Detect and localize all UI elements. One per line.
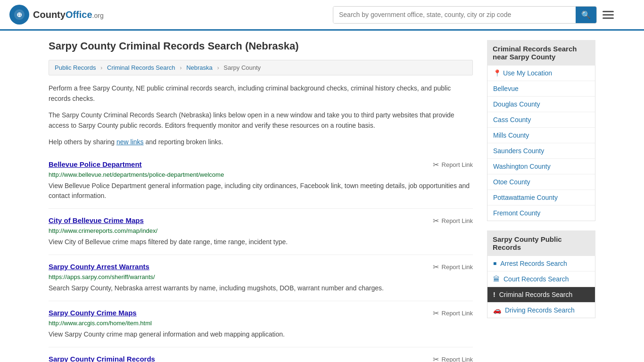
result-header: Sarpy County Arrest Warrants ✂ Report Li… [49,263,473,272]
result-url[interactable]: http://www.bellevue.net/departments/poli… [49,171,473,178]
result-title[interactable]: Sarpy County Arrest Warrants [49,263,149,271]
use-location-link[interactable]: 📍 Use My Location [487,66,595,81]
court-records-item: 🏛 Court Records Search [487,272,595,287]
driving-records-label: Driving Records Search [505,306,575,314]
description-2: The Sarpy County Criminal Records Search… [49,110,473,131]
new-links-link[interactable]: new links [116,138,144,146]
breadcrumb-criminal-records-search[interactable]: Criminal Records Search [107,64,175,71]
nearby-list: 📍 Use My Location Bellevue Douglas Count… [487,66,595,221]
breadcrumb-nebraska[interactable]: Nebraska [186,64,213,71]
report-icon: ✂ [433,263,439,272]
nearby-bellevue: Bellevue [487,81,595,97]
criminal-records-label: Criminal Records Search [499,291,573,298]
location-pin-icon: 📍 [493,69,501,77]
arrest-records-item: ■ Arrest Records Search [487,256,595,272]
site-header: ⊕ CountyOffice.org 🔍 [0,0,644,31]
court-records-label: Court Records Search [504,275,569,283]
result-url[interactable]: http://www.crimereports.com/map/index/ [49,227,473,234]
arrest-records-label: Arrest Records Search [500,260,567,267]
logo-text: CountyOffice.org [33,9,104,20]
nearby-saunders: Saunders County [487,143,595,159]
result-item: Bellevue Police Department ✂ Report Link… [49,153,473,209]
result-item: Sarpy County Arrest Warrants ✂ Report Li… [49,255,473,301]
driving-records-icon: 🚗 [493,306,501,314]
results-list: Bellevue Police Department ✂ Report Link… [49,153,473,362]
report-icon: ✂ [433,355,439,362]
breadcrumb: Public Records › Criminal Records Search… [49,60,473,75]
result-description: Search Sarpy County, Nebraska arrest war… [49,283,473,293]
driving-records-item: 🚗 Driving Records Search [487,303,595,318]
public-records-list: ■ Arrest Records Search 🏛 Court Records … [487,256,595,318]
result-description: View Sarpy County crime map general info… [49,329,473,339]
logo-area: ⊕ CountyOffice.org [9,5,104,25]
nearby-cass: Cass County [487,112,595,128]
result-title[interactable]: Sarpy County Criminal Records [49,355,155,362]
menu-bar-2 [603,14,614,16]
result-header: Sarpy County Criminal Records ✂ Report L… [49,355,473,362]
nearby-fremont: Fremont County [487,206,595,221]
breadcrumb-public-records[interactable]: Public Records [55,64,96,71]
public-records-section: Sarpy County Public Records ■ Arrest Rec… [487,230,595,318]
result-header: Bellevue Police Department ✂ Report Link [49,160,473,169]
search-button[interactable]: 🔍 [576,7,596,23]
arrest-records-icon: ■ [493,260,496,267]
result-item: Sarpy County Crime Maps ✂ Report Link ht… [49,301,473,347]
report-icon: ✂ [433,309,439,318]
report-link[interactable]: ✂ Report Link [433,355,473,362]
description-1: Perform a free Sarpy County, NE public c… [49,83,473,104]
description-3: Help others by sharing new links and rep… [49,137,473,147]
report-link[interactable]: ✂ Report Link [433,160,473,169]
nearby-header: Criminal Records Search near Sarpy Count… [487,40,595,66]
use-location-item: 📍 Use My Location [487,66,595,81]
report-link[interactable]: ✂ Report Link [433,263,473,272]
result-item: City of Bellevue Crime Maps ✂ Report Lin… [49,209,473,255]
menu-button[interactable] [601,9,616,21]
report-link[interactable]: ✂ Report Link [433,309,473,318]
nearby-pottawattamie: Pottawattamie County [487,190,595,206]
search-input[interactable] [333,7,576,23]
report-link[interactable]: ✂ Report Link [433,216,473,225]
search-box: 🔍 [333,6,597,24]
nearby-washington: Washington County [487,159,595,174]
result-title[interactable]: Sarpy County Crime Maps [49,309,137,317]
sidebar: Criminal Records Search near Sarpy Count… [487,40,595,362]
result-url[interactable]: https://apps.sarpy.com/sheriff/warrants/ [49,273,473,280]
nearby-section: Criminal Records Search near Sarpy Count… [487,40,595,221]
result-description: View City of Bellevue crime maps filtere… [49,237,473,247]
arrest-records-link[interactable]: ■ Arrest Records Search [487,256,595,271]
result-title[interactable]: City of Bellevue Crime Maps [49,216,144,224]
public-records-header: Sarpy County Public Records [487,230,595,256]
criminal-records-icon: ! [493,291,495,298]
menu-bar-3 [603,17,614,19]
breadcrumb-current: Sarpy County [223,64,261,71]
content-area: Sarpy County Criminal Records Search (Ne… [49,40,473,362]
menu-bar-1 [603,11,614,12]
nearby-mills: Mills County [487,128,595,143]
main-container: Sarpy County Criminal Records Search (Ne… [39,31,605,362]
court-records-link[interactable]: 🏛 Court Records Search [487,272,595,287]
result-url[interactable]: http://www.arcgis.com/home/item.html [49,320,473,327]
result-header: City of Bellevue Crime Maps ✂ Report Lin… [49,216,473,225]
report-icon: ✂ [433,216,439,225]
report-icon: ✂ [433,160,439,169]
page-title: Sarpy County Criminal Records Search (Ne… [49,40,473,52]
nearby-otoe: Otoe County [487,174,595,190]
driving-records-link[interactable]: 🚗 Driving Records Search [487,303,595,318]
search-icon: 🔍 [581,11,591,19]
result-title[interactable]: Bellevue Police Department [49,160,142,168]
logo-icon: ⊕ [9,5,29,25]
result-header: Sarpy County Crime Maps ✂ Report Link [49,309,473,318]
nearby-douglas: Douglas County [487,97,595,112]
search-area: 🔍 [333,6,616,24]
criminal-records-link[interactable]: ! Criminal Records Search [487,287,595,302]
svg-text:⊕: ⊕ [17,11,22,18]
court-records-icon: 🏛 [493,275,500,283]
criminal-records-item: ! Criminal Records Search [487,287,595,303]
result-description: View Bellevue Police Department general … [49,181,473,201]
result-item: Sarpy County Criminal Records ✂ Report L… [49,347,473,362]
